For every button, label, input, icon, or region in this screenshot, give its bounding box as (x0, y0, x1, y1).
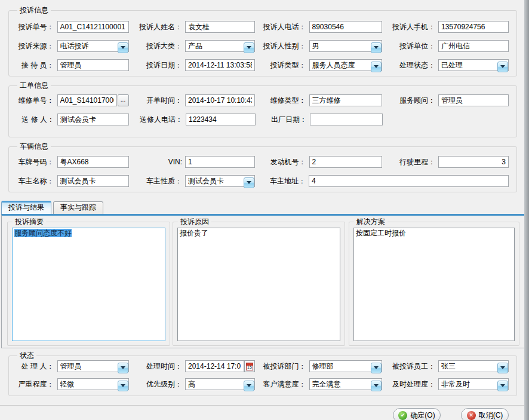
vehicle-row-1: 车牌号码： VIN: 发动机号： 行驶里程： (9, 155, 516, 168)
field-label: 优先级别： (129, 379, 186, 390)
field-label: 维修类型： (255, 96, 309, 106)
complainant-name-input[interactable] (185, 21, 255, 33)
mileage-input[interactable] (438, 156, 509, 168)
complainant-gender-combo[interactable] (309, 42, 382, 50)
sender-input[interactable] (57, 114, 129, 125)
field-complainant-mobile: 投诉人手机： (382, 20, 517, 33)
section-title: 状态 (17, 351, 36, 360)
sender-phone-input[interactable] (186, 114, 256, 125)
window-right-edge (524, 0, 529, 420)
field-label: 发动机号： (255, 157, 309, 167)
x-icon: ✕ (467, 411, 476, 420)
chevron-down-icon[interactable] (118, 42, 128, 53)
complaint-row-1: 投诉单号： 投诉人姓名： 投诉人电话： 投诉人手机： (9, 20, 516, 33)
timeliness-combo[interactable] (438, 380, 509, 388)
chevron-down-icon[interactable] (371, 381, 382, 391)
section-complaint-summary: 投诉摘要 服务顾问态度不好 (7, 222, 170, 346)
field-label: 投诉人姓名： (129, 22, 186, 32)
complaint-order-no-input[interactable] (57, 21, 129, 33)
complaint-unit-input[interactable] (438, 40, 509, 52)
receptionist-input[interactable] (57, 59, 129, 71)
engine-no-input[interactable] (309, 156, 382, 168)
status-row-2: 严重程度： 优先级别： 客户满意度： (9, 378, 516, 391)
section-work-order-info: 工单信息 维修单号： ... 开单时间： 维修类型： 服务顾问： (8, 85, 517, 137)
field-severity: 严重程度： (9, 378, 129, 391)
section-title: 投诉信息 (17, 6, 51, 14)
owner-type-combo[interactable] (185, 177, 255, 185)
field-label: 被投诉员工： (382, 361, 439, 372)
complaint-type-combo[interactable] (309, 61, 382, 69)
field-label: 开单时间： (129, 96, 186, 106)
ok-button[interactable]: ✔ 确定(O) (393, 408, 441, 420)
tab-complaint-result[interactable]: 投诉与结果 (1, 201, 51, 214)
complaint-summary-textarea[interactable]: 服务顾问态度不好 (12, 228, 165, 341)
chevron-down-icon[interactable] (244, 42, 254, 53)
field-owner-name: 车主名称： (9, 174, 129, 188)
chevron-down-icon[interactable] (118, 381, 128, 391)
chevron-down-icon[interactable] (497, 363, 508, 373)
field-label: 行驶里程： (382, 157, 439, 167)
field-label: 投诉日期： (129, 60, 186, 70)
field-label: 送修人电话： (129, 115, 186, 125)
field-complained-dept: 被投诉部门： (255, 360, 382, 373)
field-label: 投诉类型： (255, 60, 309, 70)
browse-ellipsis-button[interactable]: ... (118, 94, 129, 106)
complaint-category-combo[interactable] (185, 42, 255, 50)
chevron-down-icon[interactable] (371, 62, 382, 72)
complainant-mobile-input[interactable] (438, 21, 509, 33)
field-handle-status: 处理状态： (382, 59, 517, 72)
field-timeliness: 及时处理度： (382, 378, 517, 391)
open-time-input[interactable] (185, 94, 255, 106)
chevron-down-icon[interactable] (371, 42, 382, 53)
chevron-down-icon[interactable] (371, 363, 382, 373)
handler-combo[interactable] (57, 362, 129, 370)
service-advisor-input[interactable] (438, 94, 509, 106)
field-complaint-type: 投诉类型： (255, 59, 382, 72)
repair-order-no-input[interactable] (57, 94, 117, 106)
chevron-down-icon[interactable] (497, 381, 508, 391)
field-handle-time: 处理时间： 15 (129, 360, 256, 373)
owner-name-input[interactable] (57, 175, 129, 187)
chevron-down-icon[interactable] (497, 62, 508, 72)
tab-facts-tracking[interactable]: 事实与跟踪 (53, 201, 103, 214)
section-title: 投诉原因 (178, 217, 211, 226)
calendar-button[interactable]: 15 (244, 360, 255, 372)
complaint-reason-textarea[interactable]: 报价贵了 (177, 228, 340, 341)
repair-type-input[interactable] (309, 94, 382, 106)
satisfaction-combo[interactable] (309, 380, 382, 388)
field-label: 送 修 人： (9, 115, 57, 125)
chevron-down-icon[interactable] (118, 363, 128, 373)
cancel-button[interactable]: ✕ 取消(C) (461, 408, 509, 420)
field-label: 车主性质： (129, 176, 186, 186)
workorder-row-1: 维修单号： ... 开单时间： 维修类型： 服务顾问： (9, 94, 516, 107)
handle-status-combo[interactable] (438, 61, 509, 69)
section-complaint-info: 投诉信息 投诉单号： 投诉人姓名： 投诉人电话： 投诉人手机： 投诉来源： (8, 10, 517, 76)
field-label: 投诉人性别： (255, 41, 309, 51)
chevron-down-icon[interactable] (244, 177, 254, 188)
tab-page-complaint-result: 投诉摘要 服务顾问态度不好 投诉原因 报价贵了 解决方案 按固定工时报价 (1, 214, 528, 348)
ok-button-label: 确定(O) (410, 410, 435, 420)
section-solution: 解决方案 按固定工时报价 (349, 222, 519, 346)
complainant-phone-input[interactable] (309, 21, 382, 33)
complained-dept-combo[interactable] (309, 362, 382, 370)
owner-address-input[interactable] (309, 175, 509, 187)
complained-employee-combo[interactable] (438, 362, 509, 370)
field-complainant-gender: 投诉人性别： (255, 39, 382, 53)
vin-input[interactable] (185, 156, 255, 168)
field-label: 投诉大类： (129, 41, 186, 51)
vehicle-row-2: 车主名称： 车主性质： 车主地址： (9, 174, 516, 188)
complaint-date-input[interactable] (185, 59, 255, 71)
priority-combo[interactable] (185, 380, 255, 388)
field-plate-no: 车牌号码： (9, 155, 129, 168)
field-label: 严重程度： (9, 379, 57, 390)
section-title: 解决方案 (354, 217, 387, 226)
factory-date-input[interactable] (310, 114, 383, 125)
chevron-down-icon[interactable] (244, 381, 254, 391)
handle-time-input[interactable] (185, 360, 244, 372)
field-label: 车牌号码： (9, 157, 57, 167)
complaint-source-combo[interactable] (57, 42, 129, 50)
severity-combo[interactable] (57, 380, 129, 388)
solution-textarea[interactable]: 按固定工时报价 (353, 228, 515, 341)
plate-no-input[interactable] (57, 156, 129, 168)
selected-text: 服务顾问态度不好 (14, 229, 72, 237)
